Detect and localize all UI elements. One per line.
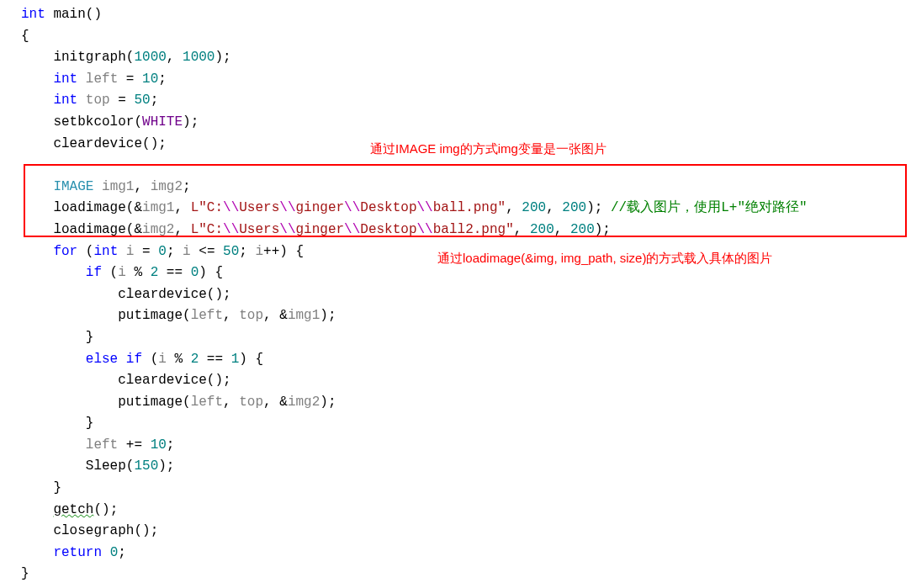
punct: ; [151,93,159,108]
punct: ( [142,352,158,367]
punct: ) { [239,352,263,367]
op: += [118,437,150,453]
op: == [158,265,190,280]
punct: (); [207,373,231,388]
space [118,352,126,367]
variable: left [86,437,118,453]
punct: ( [77,244,93,259]
macro: WHITE [142,114,183,130]
annotation-bottom: 通过loadimage(&img, img_path, size)的方式载入具体… [437,248,772,268]
fn-call: closegraph [53,523,134,538]
variable: left [191,395,223,410]
punct: , & [263,308,288,323]
punct: (); [207,287,231,302]
number: 200 [570,222,595,237]
code-line: int top = 50; [21,90,911,112]
fn-name: main() [45,7,102,22]
op: == [199,352,230,367]
number: 50 [223,244,239,259]
space [118,244,126,259]
variable: img1 [102,179,134,194]
punct: ; [118,545,126,560]
code-line: { [21,26,911,48]
space [77,72,86,87]
op: = [134,244,158,259]
comment: //载入图片，使用L+"绝对路径" [611,200,808,215]
number: 1000 [134,50,166,65]
variable: img2 [288,395,320,410]
number: 200 [530,222,554,237]
punct: (); [134,523,158,538]
code-line: int left = 10; [21,69,911,91]
fn-call: putimage [118,308,183,323]
code-line: initgraph(1000, 1000); [21,47,911,69]
escape: \\ [344,222,360,237]
code-line: loadimage(&img1, L"C:\\Users\\ginger\\De… [21,198,911,220]
fn-call: cleardevice [118,287,207,302]
code-line: } [21,413,911,435]
annotation-top: 通过IMAGE img的方式img变量是一张图片 [370,139,606,159]
variable: i [126,244,135,259]
number: 150 [134,458,158,474]
variable: img1 [288,308,320,323]
punct: ++) { [263,244,304,259]
fn-call: putimage [118,395,183,410]
number: 0 [110,545,119,560]
code-block: int main() { initgraph(1000, 1000); int … [0,4,911,585]
keyword: if [126,352,142,367]
string: "C: [199,200,223,215]
punct: ; [158,72,167,87]
keyword: return [53,545,102,560]
code-line: putimage(left, top, &img1); [21,305,911,327]
punct: ( [183,308,191,323]
punct: ); [183,114,199,130]
punct: ( [134,114,142,130]
punct: , [546,200,562,215]
variable: i [118,265,126,280]
variable: top [239,395,263,410]
number: 1000 [183,50,215,65]
variable: img2 [151,179,183,194]
variable: i [158,352,167,367]
punct: (); [142,136,167,151]
punct: , [174,200,190,215]
string-prefix: L [191,200,199,215]
punct: , [554,222,570,237]
code-line: Sleep(150); [21,456,911,478]
punct: ); [320,308,336,323]
string: "C: [199,222,223,237]
variable: top [86,93,110,108]
escape: \\ [417,222,433,237]
number: 50 [134,93,150,108]
variable: top [239,308,263,323]
op: = [118,72,142,87]
code-line: int main() [21,4,911,26]
punct: ; [167,244,183,259]
brace: { [21,29,29,44]
punct: ); [158,458,174,474]
string-prefix: L [191,222,199,237]
keyword: int [93,244,118,259]
punct: , [167,50,183,65]
punct: , [174,222,190,237]
escape: \\ [279,200,295,215]
keyword: int [21,7,45,22]
punct: ) { [199,265,223,280]
brace: } [21,566,29,581]
variable: left [86,72,118,87]
punct: ); [215,50,230,65]
keyword: if [86,265,102,280]
code-line: } [21,564,911,585]
keyword: else [86,352,118,367]
number: 2 [151,265,159,280]
brace: } [86,416,94,431]
punct: ( [183,395,191,410]
escape: \\ [279,222,295,237]
fn-call-warning: getch [53,502,93,517]
variable: left [191,308,223,323]
escape: \\ [223,222,239,237]
punct: , [134,179,150,194]
punct: ( [126,50,135,65]
number: 2 [191,352,199,367]
punct: ); [586,200,611,215]
